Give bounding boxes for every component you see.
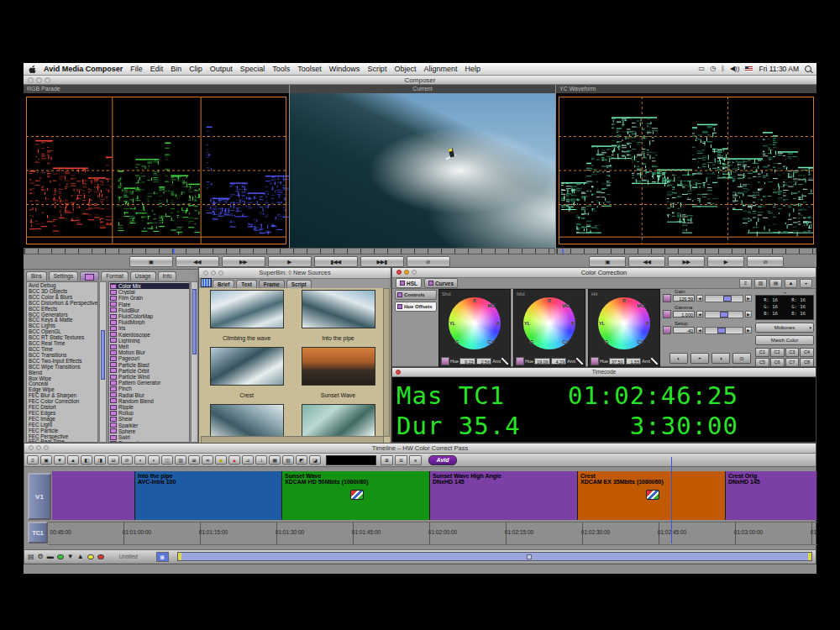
zoom-button[interactable] — [44, 445, 49, 450]
project-tab-info[interactable]: Info — [158, 271, 177, 281]
mark-in-icon[interactable]: ◖ — [134, 455, 146, 465]
wheel-crosshair[interactable] — [472, 321, 478, 327]
auto-black-icon[interactable]: ◓ — [690, 353, 709, 364]
locator-icon[interactable]: ▲ — [228, 455, 240, 465]
timeline-clip[interactable]: CrestXDCAM EX 35Mbits (1080i/60) — [578, 471, 726, 520]
effect-category[interactable]: Conceal — [29, 381, 97, 387]
timecode-ruler[interactable]: 00:45:0001:01:00:0001:01:15:0001:01:30:0… — [48, 522, 817, 545]
play-button[interactable]: ▶ — [268, 256, 312, 267]
position-indicator[interactable] — [562, 249, 564, 254]
menu-toolset[interactable]: Toolset — [297, 65, 322, 73]
amount-value[interactable]: 1.55 — [626, 358, 642, 365]
menu-clock[interactable]: Fri 11:30 AM — [759, 65, 799, 73]
effect-category[interactable]: FEC Perspective — [29, 434, 97, 440]
effect-item[interactable]: Sphere — [110, 428, 189, 434]
clip-thumbnail[interactable] — [302, 290, 375, 328]
effect-category[interactable]: BCC Transitions — [29, 353, 97, 359]
wheel-crosshair[interactable] — [622, 321, 627, 327]
effect-item[interactable]: Particle Blast — [110, 362, 189, 368]
menu-object[interactable]: Object — [394, 65, 416, 73]
auto-contrast-icon[interactable]: ⊙ — [732, 353, 751, 364]
bin-tab-frame[interactable]: Frame — [259, 280, 285, 288]
effect-category[interactable]: BCC Distortion & Perspective — [29, 301, 97, 307]
segment-lift-icon[interactable]: ⊞ — [188, 455, 200, 465]
menu-edit[interactable]: Edit — [150, 65, 164, 73]
slider-value[interactable]: 126.59 — [673, 295, 695, 302]
composer-titlebar[interactable]: Composer — [24, 76, 816, 85]
clip-name[interactable]: Climbing the wave — [220, 334, 273, 342]
slider-value[interactable]: -40 — [673, 327, 695, 333]
effect-item[interactable]: Film Grain — [110, 295, 189, 301]
cc-warning-icon[interactable]: ▲ — [785, 279, 797, 288]
toggle-heights-button[interactable]: ⊞ — [381, 455, 393, 465]
step-in-icon[interactable]: ▼ — [67, 553, 74, 561]
minimize-button[interactable] — [211, 270, 216, 276]
cc-group-controls[interactable]: Controls — [395, 290, 437, 300]
timeline-fast-menu-icon[interactable]: ≡ — [27, 455, 39, 465]
bin-clip[interactable]: Sunset Wave — [297, 345, 381, 401]
effect-category[interactable]: FEC Color Correction — [29, 399, 97, 405]
hue-wheel[interactable]: RMGBCYGYL — [523, 297, 575, 349]
keyframe-icon[interactable]: ◆ — [215, 455, 227, 465]
menu-bin[interactable]: Bin — [171, 65, 181, 73]
video-quality-up-icon[interactable]: ▲ — [67, 455, 79, 465]
correction-slot-c3[interactable]: C3 — [785, 348, 800, 357]
correction-slot-c8[interactable]: C8 — [800, 358, 814, 367]
video-monitor-icon[interactable]: ▬ — [47, 553, 54, 561]
slider-track[interactable] — [705, 327, 743, 334]
zoom-button[interactable] — [218, 270, 223, 276]
correction-slot-c7[interactable]: C7 — [785, 358, 800, 367]
window-controls[interactable] — [29, 445, 49, 450]
effect-item[interactable]: Color Mix — [110, 283, 189, 289]
bin-tab-brief[interactable]: Brief — [213, 280, 234, 288]
effect-category[interactable]: BCC Real Time — [29, 341, 97, 347]
minimize-button[interactable] — [404, 270, 409, 275]
window-controls[interactable] — [396, 270, 417, 275]
decrement-button[interactable]: ◀ — [696, 327, 703, 333]
color-match-icon[interactable]: ▧ — [754, 279, 767, 288]
red-marker-icon[interactable] — [97, 554, 104, 559]
timeline-clip[interactable]: Crest OrigDNxHD 145 — [726, 471, 817, 520]
go-to-next-event-button[interactable]: ▶▶▮ — [360, 256, 404, 267]
scrollbar-thumb[interactable] — [192, 289, 197, 354]
menu-tools[interactable]: Tools — [272, 65, 290, 73]
slider-track[interactable] — [705, 311, 743, 318]
scrollbar[interactable] — [191, 281, 198, 443]
effect-item[interactable]: Lightning — [110, 338, 189, 344]
green-state-icon[interactable] — [57, 554, 64, 559]
effect-category[interactable]: Blend — [29, 370, 97, 376]
correction-slot-c6[interactable]: C6 — [770, 358, 785, 367]
effect-category[interactable]: BCC Effects — [29, 307, 97, 312]
effect-category-list[interactable]: Avid DebugBCC 3D ObjectsBCC Color & Blur… — [26, 281, 98, 443]
effect-item[interactable]: FluidColorMap — [110, 313, 189, 319]
enable-button[interactable] — [441, 357, 449, 365]
effect-category[interactable]: BCC Time — [29, 347, 97, 353]
timeline-clip[interactable]: Sunset WaveXDCAM HD 50Mbits (1080i/60) — [282, 471, 430, 520]
bin-clip[interactable]: Crest — [205, 345, 289, 401]
effect-category[interactable]: BCC Generators — [29, 312, 97, 318]
go-to-previous-event-button[interactable]: ▮◀◀ — [314, 256, 358, 267]
apple-menu[interactable] — [29, 65, 36, 74]
timecode-track-selector[interactable]: TC1 — [28, 522, 48, 543]
close-button[interactable] — [28, 77, 34, 83]
volume-icon[interactable]: ◀)) — [730, 66, 739, 72]
bluetooth-icon[interactable]: ᛒ — [721, 66, 725, 72]
render-icon[interactable]: ▧ — [282, 455, 294, 465]
fast-forward-button[interactable]: ▶▶ — [668, 256, 705, 267]
effect-item[interactable]: Shear — [110, 416, 189, 422]
eyedropper-icon[interactable] — [651, 358, 658, 365]
match-color-button[interactable]: Match Color — [755, 335, 814, 345]
cc-tab-curves[interactable]: Curves — [424, 278, 458, 288]
close-button[interactable] — [29, 445, 34, 450]
effect-category[interactable]: BCC RT Static Textures — [29, 335, 97, 341]
rewind-button[interactable]: ◀◀ — [176, 256, 219, 267]
slider-value[interactable]: 1.000 — [673, 311, 695, 318]
yellow-state-icon[interactable] — [87, 554, 94, 559]
timecode-titlebar[interactable]: Timecode — [392, 368, 816, 377]
effect-item[interactable]: Sparkler — [110, 423, 189, 428]
effect-category[interactable]: Edge Wipe — [29, 387, 97, 393]
hue-wheel[interactable]: RMGBCYGYL — [598, 297, 650, 349]
clip-thumbnail[interactable] — [302, 347, 375, 386]
zoom-back-icon[interactable]: ⊿ — [242, 455, 254, 465]
clip-thumbnail[interactable] — [210, 347, 284, 386]
